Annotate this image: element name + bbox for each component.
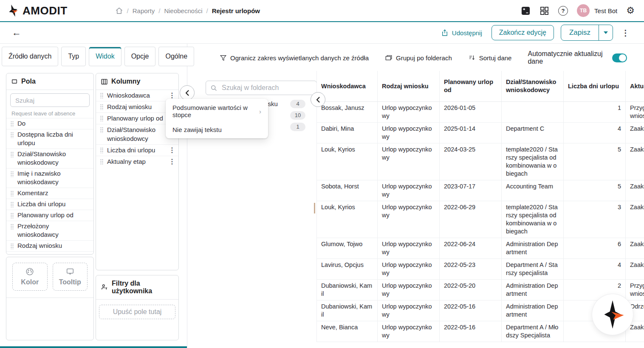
tab--r-d-o-danych[interactable]: Źródło danych [2,47,58,66]
contrast-icon[interactable] [521,6,531,16]
table-row[interactable]: Glumow, TojwoUrlop wypoczynkowy2022-06-2… [317,238,644,259]
columns-panel-header: Kolumny [96,73,178,90]
drag-handle-icon[interactable] [100,104,103,110]
breadcrumb-raporty[interactable]: Raporty [133,7,155,14]
column-menu-button[interactable]: ⋮ [169,146,175,154]
sort-data-button[interactable]: Sortuj dane [468,54,512,62]
column-header[interactable]: Liczba dni urlopu [564,71,626,102]
table-cell: 1 [564,102,626,123]
back-button[interactable]: ← [0,28,21,37]
drag-handle-icon[interactable] [10,243,14,249]
help-icon[interactable]: ? [558,6,568,16]
table-row[interactable]: Bossak, JanuszUrlop wypoczynkowy2026-01-… [317,102,644,123]
gear-icon[interactable]: ⚙ [626,6,635,15]
finish-edit-button[interactable]: Zakończ edycję [491,25,554,40]
table-row[interactable]: Dubaniowski, KamilUrlop wypoczynkowy2022… [317,280,644,300]
menu-item-no-wrap[interactable]: Nie zawijaj tekstu [166,122,268,137]
field-label: Rodzaj wniosku [17,241,62,250]
tooltip-drop-button[interactable]: Tooltip [53,263,88,291]
column-header[interactable]: Dział/Stanowisko wnioskodowcy [502,71,564,102]
column-menu-button[interactable]: ⋮ [169,91,175,100]
field-item[interactable]: Komentarz [6,188,93,199]
column-header[interactable]: Planowany urlop od [440,71,502,102]
column-menu-button[interactable]: ⋮ [169,157,175,166]
drag-handle-icon[interactable] [100,92,103,98]
table-row[interactable]: Dabiri, MinaUrlop wypoczynkowy2025-01-14… [317,123,644,143]
field-item[interactable]: Rok [6,251,93,255]
tab-widok[interactable]: Widok [89,47,121,66]
color-drop-button[interactable]: Kolor [12,263,48,291]
column-header[interactable]: Aktualny etap [626,71,644,102]
drag-handle-icon[interactable] [10,223,14,230]
tab-opcje[interactable]: Opcje [124,47,156,66]
save-button[interactable]: Zapisz [561,25,599,40]
drag-handle-icon[interactable] [100,158,103,165]
field-item[interactable]: Do [6,118,93,129]
drag-handle-icon[interactable] [10,121,14,127]
limit-data-range-button[interactable]: Ogranicz zakres wyświetlanych danych ze … [220,54,369,62]
table-cell: Dubaniowski, Kamil [317,280,378,300]
collapse-folders-panel-button[interactable] [311,92,325,107]
save-dropdown-button[interactable] [599,25,613,40]
home-icon[interactable] [115,7,123,15]
folders-search-input[interactable] [221,84,312,92]
column-item[interactable]: Aktualny etap⋮ [96,156,178,167]
auto-update-toggle[interactable] [612,53,627,62]
group-by-folders-button[interactable]: Grupuj po folderach [385,54,452,62]
field-item[interactable]: Dział/Stanowisko wnioskodowcy [6,149,93,168]
field-label: Komentarz [17,189,48,197]
column-item[interactable]: Liczba dni urlopu⋮ [96,144,178,156]
tab-og-lne[interactable]: Ogólne [158,47,194,66]
table-cell: Urlop wypoczynkowy [378,300,440,321]
column-header[interactable]: Wnioskodawca [317,71,378,102]
table-row[interactable]: Lavirus, OpcjusUrlop wypoczynkowy2022-05… [317,259,644,280]
collapse-columns-panel-button[interactable] [180,85,195,100]
table-cell: 4 [564,259,626,280]
drag-handle-icon[interactable] [100,147,103,153]
drag-handle-icon[interactable] [10,212,14,219]
table-row[interactable]: Louk, KyriosUrlop wypoczynkowy2024-03-25… [317,143,644,180]
drag-handle-icon[interactable] [10,254,14,255]
avatar[interactable]: TB [577,4,590,17]
table-cell: Urlop wypoczynkowy [378,123,440,143]
field-item[interactable]: Liczba dni urlopu [6,199,93,210]
menu-item-footer-summary[interactable]: Podsumowanie wartości w stopce › [166,100,268,122]
auto-update-control: Automatycznie aktualizuj dane [528,50,627,65]
tab-typ[interactable]: Typ [61,47,86,66]
panel-resize-handle[interactable] [314,203,315,213]
dashboard-icon[interactable] [539,6,549,16]
drag-handle-icon[interactable] [10,190,14,196]
drag-handle-icon[interactable] [10,151,14,157]
drag-handle-icon[interactable] [100,115,103,121]
table-cell: 2026-01-05 [440,102,502,123]
editor-resize-bar[interactable] [0,346,187,348]
drag-handle-icon[interactable] [10,132,14,138]
column-header[interactable]: Rodzaj wniosku [378,71,440,102]
table-cell: Przygotowanie wniosku [626,280,644,300]
more-options-button[interactable]: ⋮ [620,28,631,38]
field-item[interactable]: Imię i nazwisko wnioskodawcy [6,168,93,188]
breadcrumb-separator: / [158,7,160,14]
amodit-logo[interactable]: AMODIT [0,4,68,17]
breadcrumb-nieobecnosci[interactable]: Nieobecności [164,7,202,14]
action-bar-buttons: Udostępnij Zakończ edycję Zapisz ⋮ [441,25,644,41]
column-item[interactable]: Wnioskodawca⋮ [96,90,178,101]
limit-data-range-label: Ogranicz zakres wyświetlanych danych ze … [230,54,369,62]
column-item-label: Rodzaj wniosku [107,102,152,111]
share-button[interactable]: Udostępnij [441,29,482,36]
table-cell: Accounting Team [502,180,564,201]
field-item[interactable]: Dostępna liczba dni urlopu [6,129,93,149]
field-item[interactable]: Przełożony wnioskodawcy [6,221,93,240]
table-row[interactable]: Sobota, HorstUrlop wypoczynkowy2023-07-1… [317,180,644,201]
field-item[interactable]: Rodzaj wniosku [6,240,93,251]
top-header: AMODIT / Raporty / Nieobecności / Rejest… [0,0,644,22]
drag-handle-icon[interactable] [100,126,103,133]
filter-dropzone[interactable]: Upuść pole tutaj [99,305,175,319]
drag-handle-icon[interactable] [10,171,14,177]
tooltip-icon [65,267,75,276]
drag-handle-icon[interactable] [10,201,14,208]
table-row[interactable]: Louk, KyriosUrlop wypoczynkowy2022-06-29… [317,201,644,238]
report-editor-panel: Źródło danychTypWidokOpcjeOgólne Pola Re… [0,44,187,348]
field-item[interactable]: Planowany urlop od [6,210,93,221]
fields-search-input[interactable] [14,96,85,104]
